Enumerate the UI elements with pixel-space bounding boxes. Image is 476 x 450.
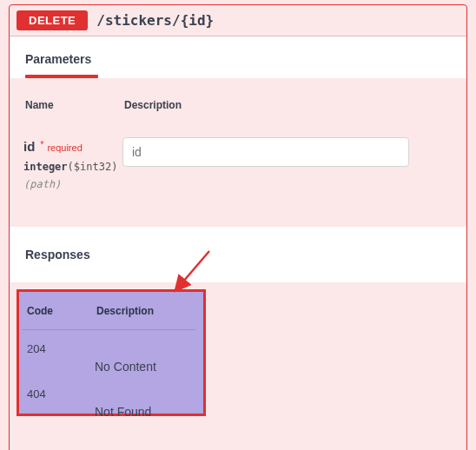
param-row: id * required integer($int32) (path) <box>22 137 454 192</box>
param-input-wrap <box>122 137 454 167</box>
responses-body: Code Description 204 No Content 404 Not … <box>10 282 466 451</box>
responses-title: Responses <box>10 227 466 282</box>
opblock-header[interactable]: DELETE /stickers/{id} <box>10 5 466 36</box>
responses-section: Responses Code Description 204 No Conten… <box>10 227 466 451</box>
parameters-title: Parameters <box>10 36 466 75</box>
parameters-body: Name Description id * required integer($… <box>10 78 466 227</box>
parameters-section: Parameters <box>10 36 466 78</box>
param-name-col: id * required integer($int32) (path) <box>23 137 119 192</box>
col-name: Name <box>25 99 121 111</box>
endpoint-path: /stickers/{id} <box>96 12 214 29</box>
method-badge: DELETE <box>17 10 88 30</box>
required-star: * <box>40 139 43 149</box>
col-description: Description <box>96 305 190 317</box>
col-description: Description <box>124 99 454 111</box>
response-description: No Content <box>95 342 190 374</box>
id-input[interactable] <box>122 137 409 167</box>
param-name: id <box>23 137 35 157</box>
response-description: Not Found <box>95 387 190 419</box>
responses-table-head: Code Description <box>22 301 195 330</box>
col-code: Code <box>27 305 96 317</box>
responses-table: Code Description 204 No Content 404 Not … <box>22 301 454 420</box>
param-type: integer($int32) <box>23 159 119 175</box>
response-code: 204 <box>27 342 96 374</box>
table-row: 204 No Content <box>22 330 195 375</box>
param-in: (path) <box>23 176 119 192</box>
table-row: 404 Not Found <box>22 375 195 420</box>
opblock-delete: DELETE /stickers/{id} Parameters Name De… <box>9 4 467 450</box>
param-table-head: Name Description <box>22 99 454 111</box>
response-code: 404 <box>27 387 96 419</box>
required-text: required <box>47 142 82 153</box>
